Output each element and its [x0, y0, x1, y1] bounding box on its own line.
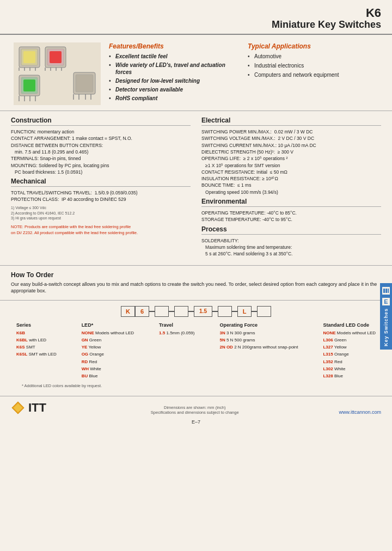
mechanical-heading: Mechanical	[11, 177, 191, 187]
series-k6s: K6S SMT	[16, 344, 57, 350]
mechanical-text: TOTAL TRAVEL/SWITCHING TRAVEL: 1.5/0.9 (…	[11, 189, 191, 203]
svg-rect-13	[50, 51, 62, 63]
page: E Key Switches K6 Miniature Key Switches	[0, 0, 392, 551]
pn-box-k: K	[121, 306, 135, 317]
svg-rect-2	[388, 289, 389, 293]
itt-logo: ITT	[11, 401, 46, 415]
feature-item-1: Excellent tactile feel	[109, 53, 242, 60]
pn-box-travel: 1.5	[194, 306, 212, 317]
page-number: E–7	[0, 417, 392, 427]
pn-connector-5	[232, 311, 237, 312]
construction-heading: Construction	[11, 117, 191, 126]
pn-box-4	[257, 306, 271, 317]
svg-rect-20	[23, 79, 35, 91]
typical-list: Automotive Industrial electronics Comput…	[248, 53, 381, 79]
environmental-text: OPERATING TEMPERATURE: -40°C to 85°C. ST…	[201, 210, 381, 223]
feature-item-5: RoHS compliant	[109, 95, 242, 102]
footer-left: ITT	[11, 401, 51, 415]
construction-text: FUNCTION: momentary action CONTACT ARRAN…	[11, 128, 191, 175]
svg-rect-1	[385, 289, 387, 293]
feature-item-3: Designed for low-level switching	[109, 77, 242, 84]
how-desc: Our easy build-a-switch concept allows y…	[11, 281, 381, 295]
std-led-l328: L328 Blue	[323, 373, 376, 379]
side-tab-icon	[382, 286, 390, 295]
pn-box-2	[174, 306, 188, 317]
series-k6b: K6B	[16, 330, 57, 336]
process-text: SOLDERABILITY: Maximum soldering time an…	[201, 237, 381, 258]
series-k6sl: K6SL SMT with LED	[16, 351, 57, 357]
footnotes: 1) Voltage ≤ 300 Vdc 2) According to DIN…	[11, 205, 191, 221]
features-section: Features/Benefits Excellent tactile feel…	[0, 35, 392, 111]
footer-right: www.ittcannon.com	[339, 409, 381, 415]
pn-connector-6	[252, 311, 257, 312]
pn-box-1	[155, 306, 169, 317]
feature-item-4: Detector version available	[109, 86, 242, 93]
led-none: NONE Models without LED	[82, 330, 134, 336]
features-list: Excellent tactile feel Wide variety of L…	[109, 53, 242, 102]
how-heading: How To Order	[11, 271, 381, 279]
led-gn: GN Green	[82, 337, 134, 343]
led-col: LED* NONE Models without LED GN Green YE…	[82, 322, 134, 379]
pn-box-6: 6	[135, 306, 149, 317]
itt-text: ITT	[28, 401, 46, 415]
features-content: Features/Benefits Excellent tactile feel…	[109, 42, 381, 105]
specs-section: Construction FUNCTION: momentary action …	[0, 111, 392, 266]
series-col: Series K6B K6BL with LED K6S SMT K6SL SM…	[16, 322, 57, 379]
typical-col: Typical Applications Automotive Industri…	[248, 42, 381, 105]
features-title: Features/Benefits	[109, 42, 242, 50]
std-led-col: Standard LED Code NONE Models without LE…	[323, 322, 376, 379]
footer-website: www.ittcannon.com	[339, 409, 381, 415]
operating-force-label: Operating Force	[219, 322, 298, 328]
header-title: Miniature Key Switches	[11, 20, 381, 30]
typical-title: Typical Applications	[248, 42, 381, 50]
header: K6 Miniature Key Switches	[0, 0, 392, 35]
led-ye: YE Yellow	[82, 344, 134, 350]
operating-force-col: Operating Force 3N 3 N 300 grams 5N 5 N …	[219, 322, 298, 379]
pn-connector-3	[188, 311, 194, 312]
typical-item-3: Computers and network equipment	[248, 71, 381, 79]
force-3n: 3N 3 N 300 grams	[219, 330, 298, 336]
environmental-heading: Environmental	[201, 198, 381, 207]
led-wh: WH White	[82, 366, 134, 372]
led-label: LED*	[82, 322, 134, 328]
typical-item-2: Industrial electronics	[248, 62, 381, 70]
features-col: Features/Benefits Excellent tactile feel…	[109, 42, 242, 105]
std-led-l306: L306 Green	[323, 337, 376, 343]
led-note: * Additional LED colors available by req…	[11, 383, 381, 388]
header-k6: K6	[11, 7, 381, 20]
pn-box-3	[218, 306, 232, 317]
footer-dim-note: Dimensions are shown: mm (inch)	[51, 405, 339, 410]
travel-15: 1.5 1.5mm (0.059)	[159, 330, 194, 336]
how-to-order: How To Order Our easy build-a-switch con…	[0, 266, 392, 301]
footer-center: Dimensions are shown: mm (inch) Specific…	[51, 405, 339, 415]
product-images	[11, 42, 103, 105]
note-text: NOTE: Products are compatible with the l…	[11, 224, 191, 236]
svg-rect-26	[76, 75, 93, 92]
travel-col: Travel 1.5 1.5mm (0.059)	[159, 322, 194, 379]
feature-item-2: Wide variety of LED's, travel and actuat…	[109, 62, 242, 76]
std-led-l352: L352 Red	[323, 359, 376, 365]
std-led-label: Standard LED Code	[323, 322, 376, 328]
typical-item-1: Automotive	[248, 53, 381, 60]
itt-diamond-icon	[11, 401, 25, 415]
series-label: Series	[16, 322, 57, 328]
options-grid: Series K6B K6BL with LED K6S SMT K6SL SM…	[11, 320, 381, 379]
svg-rect-0	[383, 289, 385, 293]
part-number-row: K 6 1.5 L	[11, 306, 381, 317]
force-5n: 5N 5 N 500 grams	[219, 337, 298, 343]
pn-connector-4	[212, 311, 218, 312]
order-diagram: K 6 1.5 L	[0, 301, 392, 390]
specs-right: Electrical SWITCHING POWER MIN./MAX.: 0.…	[201, 117, 381, 260]
electrical-text: SWITCHING POWER MIN./MAX.: 0.02 mW / 3 W…	[201, 128, 381, 195]
pn-connector-2	[169, 311, 174, 312]
led-og: OG Orange	[82, 351, 134, 357]
pn-box-l: L	[237, 306, 252, 317]
led-bu: BU Blue	[82, 373, 134, 379]
std-led-l327: L327 Yellow	[323, 344, 376, 350]
series-k6bl: K6BL with LED	[16, 337, 57, 343]
force-2nod: 2N OD 2 N 200grams without snap-point	[219, 344, 298, 350]
std-led-none: NONE Models without LED	[323, 330, 376, 336]
footer: ITT Dimensions are shown: mm (inch) Spec…	[0, 396, 392, 417]
product-switches-svg	[14, 42, 101, 105]
std-led-l315: L315 Orange	[323, 351, 376, 357]
